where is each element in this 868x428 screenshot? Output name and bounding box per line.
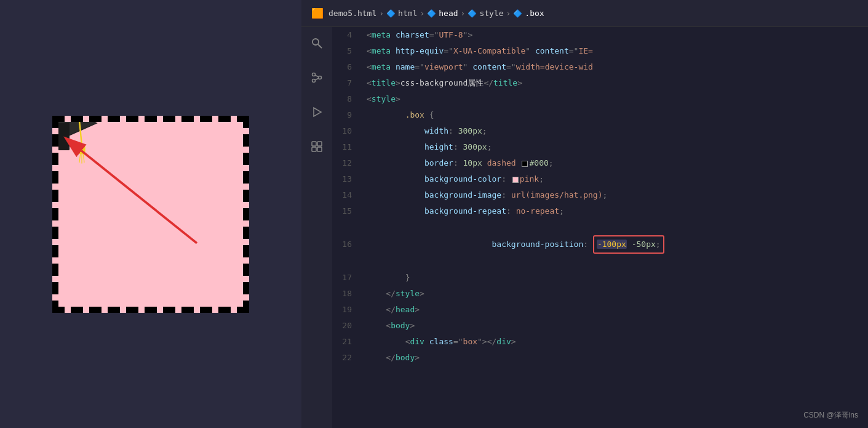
- line-code: <meta charset="UTF-8">: [362, 27, 868, 43]
- html-tag-icon: 🔷: [386, 9, 396, 18]
- line-code: <title>css-background属性</title>: [362, 75, 868, 91]
- arrow-overlay: [58, 122, 243, 307]
- svg-line-10: [318, 44, 322, 48]
- svg-line-14: [315, 75, 319, 77]
- line-17: 17 }: [332, 270, 868, 286]
- breadcrumb-sep-3: ›: [461, 9, 466, 18]
- line-18: 18 </style>: [332, 286, 868, 302]
- svg-point-11: [313, 73, 316, 76]
- line-6: 6 <meta name="viewport" content="width=d…: [332, 59, 868, 75]
- svg-rect-18: [317, 142, 322, 146]
- line-number: 16: [332, 219, 362, 270]
- line-code: height: 300px;: [362, 139, 868, 155]
- line-14: 14 background-image: url(images/hat.png)…: [332, 187, 868, 203]
- line-code: background-image: url(images/hat.png);: [362, 187, 868, 203]
- svg-point-12: [319, 76, 322, 79]
- line-code: background-repeat: no-repeat;: [362, 203, 868, 219]
- line-9: 9 .box {: [332, 107, 868, 123]
- line-number: 4: [332, 27, 362, 43]
- line-12: 12 border: 10px dashed #000;: [332, 155, 868, 171]
- line-10: 10 width: 300px;: [332, 123, 868, 139]
- breadcrumb-filename: demo5.html: [328, 9, 376, 18]
- run-icon[interactable]: [306, 101, 328, 123]
- sidebar-icons: [301, 27, 332, 428]
- svg-point-9: [313, 39, 319, 45]
- code-table: 4 <meta charset="UTF-8"> 5 <meta http-eq…: [332, 27, 868, 366]
- line-code: <div class="box"></div>: [362, 334, 868, 350]
- line-16: 16 background-position: -100px -50px;: [332, 219, 868, 270]
- line-code: background-position: -100px -50px;: [362, 219, 868, 270]
- line-number: 14: [332, 187, 362, 203]
- breadcrumb-html: html: [398, 9, 417, 18]
- search-icon[interactable]: [306, 32, 328, 54]
- line-8: 8 <style>: [332, 91, 868, 107]
- line-code: <body>: [362, 318, 868, 334]
- editor-body: 4 <meta charset="UTF-8"> 5 <meta http-eq…: [301, 27, 868, 428]
- line-code: background-color: pink;: [362, 171, 868, 187]
- line-5: 5 <meta http-equiv="X-UA-Compatible" con…: [332, 43, 868, 59]
- breadcrumb-sep-1: ›: [379, 9, 384, 18]
- line-number: 13: [332, 171, 362, 187]
- svg-marker-16: [314, 108, 321, 116]
- line-number: 5: [332, 43, 362, 59]
- line-13: 13 background-color: pink;: [332, 171, 868, 187]
- style-tag-icon: 🔷: [468, 9, 477, 18]
- breadcrumb-sep-4: ›: [506, 9, 511, 18]
- line-number: 10: [332, 123, 362, 139]
- box-class-icon: 🔷: [513, 9, 522, 18]
- line-number: 22: [332, 350, 362, 366]
- line-number: 17: [332, 270, 362, 286]
- line-code: border: 10px dashed #000;: [362, 155, 868, 171]
- line-code: <style>: [362, 91, 868, 107]
- filename-label: demo5.html: [328, 9, 376, 18]
- line-22: 22 </body>: [332, 350, 868, 366]
- line-code: }: [362, 270, 868, 286]
- svg-point-13: [313, 79, 316, 83]
- head-tag-icon: 🔷: [427, 9, 436, 18]
- line-code: <meta name="viewport" content="width=dev…: [362, 59, 868, 75]
- line-number: 6: [332, 59, 362, 75]
- svg-line-8: [82, 150, 197, 243]
- line-code: <meta http-equiv="X-UA-Compatible" conte…: [362, 43, 868, 59]
- line-4: 4 <meta charset="UTF-8">: [332, 27, 868, 43]
- svg-rect-19: [312, 147, 316, 151]
- svg-line-15: [315, 78, 319, 80]
- line-code: width: 300px;: [362, 123, 868, 139]
- line-19: 19 </head>: [332, 302, 868, 318]
- line-number: 12: [332, 155, 362, 171]
- black-swatch: [522, 161, 528, 167]
- line-21: 21 <div class="box"></div>: [332, 334, 868, 350]
- line-code: </head>: [362, 302, 868, 318]
- line-number: 9: [332, 107, 362, 123]
- line-number: 8: [332, 91, 362, 107]
- editor-panel: 🟧 demo5.html › 🔷 html › 🔷 head › 🔷 style…: [301, 0, 868, 428]
- line-code: </style>: [362, 286, 868, 302]
- css-box-preview: [52, 116, 249, 313]
- breadcrumb-head: head: [439, 9, 458, 18]
- line-code: .box {: [362, 107, 868, 123]
- extensions-icon[interactable]: [306, 135, 328, 158]
- line-20: 20 <body>: [332, 318, 868, 334]
- line-11: 11 height: 300px;: [332, 139, 868, 155]
- line-code: </body>: [362, 350, 868, 366]
- breadcrumb-box: .box: [525, 9, 544, 18]
- line-number: 7: [332, 75, 362, 91]
- breadcrumb-sep-2: ›: [420, 9, 424, 18]
- line-number: 20: [332, 318, 362, 334]
- line-number: 15: [332, 203, 362, 219]
- html-file-icon: 🟧: [311, 7, 324, 19]
- watermark: CSDN @泽哥ins: [803, 410, 858, 421]
- line-number: 18: [332, 286, 362, 302]
- breadcrumb-bar: 🟧 demo5.html › 🔷 html › 🔷 head › 🔷 style…: [301, 0, 868, 27]
- preview-panel: [0, 0, 301, 428]
- svg-rect-17: [312, 142, 316, 146]
- code-editor[interactable]: 4 <meta charset="UTF-8"> 5 <meta http-eq…: [332, 27, 868, 428]
- line-15: 15 background-repeat: no-repeat;: [332, 203, 868, 219]
- line-number: 19: [332, 302, 362, 318]
- line-7: 7 <title>css-background属性</title>: [332, 75, 868, 91]
- breadcrumb-style: style: [479, 9, 503, 18]
- pink-swatch: [512, 177, 519, 183]
- svg-rect-20: [317, 147, 322, 151]
- source-control-icon[interactable]: [306, 67, 328, 89]
- line-number: 21: [332, 334, 362, 350]
